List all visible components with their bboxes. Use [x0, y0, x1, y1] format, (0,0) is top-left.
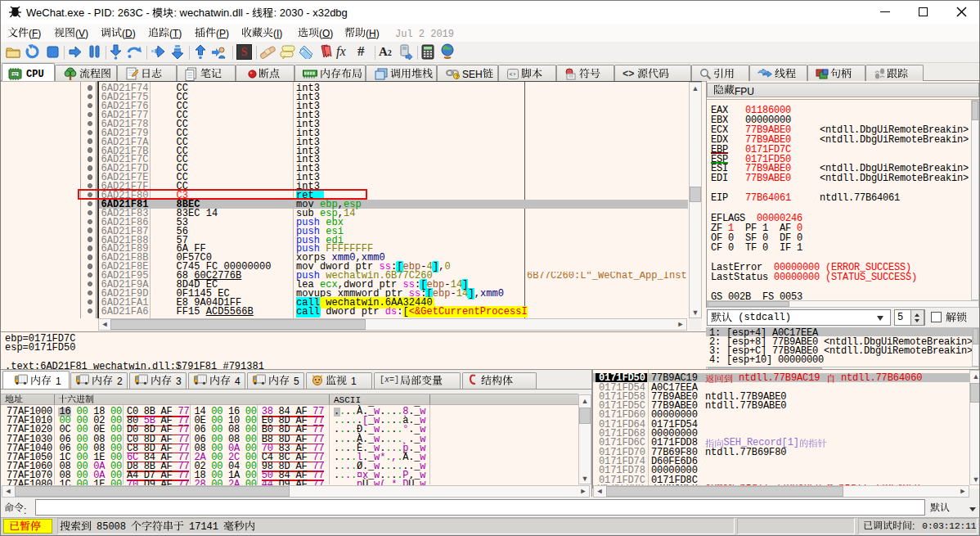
svg-text:<›: <› — [510, 71, 516, 78]
svg-text:32: 32 — [12, 72, 17, 77]
svg-text:?: ? — [456, 74, 459, 79]
